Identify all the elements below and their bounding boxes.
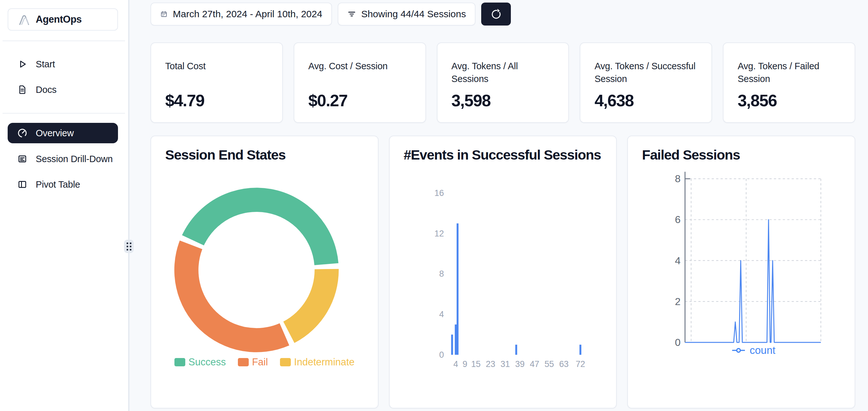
svg-text:9: 9 xyxy=(462,359,467,369)
line-legend-label: count xyxy=(750,344,776,356)
events-successful-sessions-card: #Events in Successful Sessions 048121649… xyxy=(389,136,617,408)
refresh-icon xyxy=(490,7,503,21)
svg-text:15: 15 xyxy=(471,359,480,369)
stat-value: 3,598 xyxy=(452,91,491,110)
svg-text:72: 72 xyxy=(576,359,585,369)
chart-cards-row: Session End States Success Fail Indeterm… xyxy=(151,136,855,408)
sessions-filter-button[interactable]: Showing 44/44 Sessions xyxy=(338,3,476,26)
stat-card-avg-tokens-all: Avg. Tokens / All Sessions 3,598 xyxy=(437,42,569,123)
svg-text:2: 2 xyxy=(675,296,681,307)
sidebar-divider xyxy=(3,113,125,114)
count-legend[interactable]: count xyxy=(685,344,822,356)
sessions-filter-label: Showing 44/44 Sessions xyxy=(361,9,466,20)
sidebar-item-pivot-table[interactable]: Pivot Table xyxy=(8,175,118,194)
legend-swatch xyxy=(280,358,291,366)
sidebar-item-docs[interactable]: Docs xyxy=(8,80,118,99)
stat-label: Avg. Cost / Session xyxy=(308,60,411,72)
sidebar-item-overview[interactable]: Overview xyxy=(8,123,118,143)
filter-icon xyxy=(347,9,356,19)
sidebar-item-start[interactable]: Start xyxy=(8,54,118,74)
stat-card-total-cost: Total Cost $4.79 xyxy=(151,42,283,123)
sidebar-item-label: Overview xyxy=(36,128,74,139)
stat-card-avg-cost-session: Avg. Cost / Session $0.27 xyxy=(294,42,426,123)
svg-text:0: 0 xyxy=(439,350,444,360)
docs-icon xyxy=(17,85,27,95)
stat-label: Avg. Tokens / All Sessions xyxy=(452,60,555,85)
legend-swatch xyxy=(238,358,249,366)
svg-text:4: 4 xyxy=(675,255,681,266)
sidebar-item-label: Session Drill-Down xyxy=(36,154,113,164)
stat-value: 3,856 xyxy=(738,91,777,110)
svg-text:39: 39 xyxy=(515,359,525,369)
legend-swatch xyxy=(175,358,185,366)
stat-cards-row: Total Cost $4.79 Avg. Cost / Session $0.… xyxy=(151,42,855,123)
svg-text:6: 6 xyxy=(675,214,681,225)
sidebar-item-session-drill-down[interactable]: Session Drill-Down xyxy=(8,149,118,169)
stat-card-avg-tokens-failed: Avg. Tokens / Failed Session 3,856 xyxy=(723,42,855,123)
legend-label: Indeterminate xyxy=(294,356,354,368)
sidebar-divider xyxy=(3,40,125,41)
legend-item-indeterminate[interactable]: Indeterminate xyxy=(280,356,354,368)
sidebar: AgentOps Start Docs Overview Session D xyxy=(0,0,129,411)
pivot-icon xyxy=(17,179,27,189)
sidebar-item-label: Start xyxy=(36,59,55,69)
svg-text:16: 16 xyxy=(434,188,444,198)
stat-label: Total Cost xyxy=(165,60,268,72)
brand-name: AgentOps xyxy=(36,14,82,25)
stat-card-avg-tokens-successful: Avg. Tokens / Successful Session 4,638 xyxy=(580,42,712,123)
svg-text:23: 23 xyxy=(486,359,495,369)
sidebar-item-label: Pivot Table xyxy=(36,179,80,190)
session-end-states-card: Session End States Success Fail Indeterm… xyxy=(151,136,378,408)
svg-text:31: 31 xyxy=(500,359,510,369)
svg-text:63: 63 xyxy=(559,359,568,369)
stat-value: 4,638 xyxy=(594,91,633,110)
stat-value: $4.79 xyxy=(165,91,205,110)
list-icon xyxy=(17,154,27,164)
line-legend-marker-icon xyxy=(732,348,745,353)
svg-text:8: 8 xyxy=(675,173,681,184)
failed-sessions-line-chart: 02468 xyxy=(628,136,855,408)
play-icon xyxy=(17,59,27,69)
legend-item-fail[interactable]: Fail xyxy=(238,356,268,368)
date-range-button[interactable]: March 27th, 2024 - April 10th, 2024 xyxy=(151,3,332,26)
stat-label: Avg. Tokens / Failed Session xyxy=(738,60,841,85)
brand-logo-box[interactable]: AgentOps xyxy=(8,8,118,31)
legend-label: Fail xyxy=(252,356,268,368)
donut-legend: Success Fail Indeterminate xyxy=(151,356,378,368)
legend-label: Success xyxy=(188,356,226,368)
svg-text:0: 0 xyxy=(675,336,681,348)
agentops-paperclip-icon xyxy=(17,12,31,27)
stat-value: $0.27 xyxy=(308,91,348,110)
svg-text:4: 4 xyxy=(453,359,458,369)
svg-text:47: 47 xyxy=(530,359,539,369)
svg-text:4: 4 xyxy=(439,310,444,319)
events-bar-chart: 0481216491523313947556372 xyxy=(390,136,616,408)
toolbar: March 27th, 2024 - April 10th, 2024 Show… xyxy=(151,3,855,26)
refresh-button[interactable] xyxy=(481,3,511,26)
gauge-icon xyxy=(17,128,27,138)
failed-sessions-card: Failed Sessions 02468 count xyxy=(627,136,855,408)
main-content: March 27th, 2024 - April 10th, 2024 Show… xyxy=(129,0,868,411)
calendar-icon xyxy=(160,10,168,18)
svg-text:55: 55 xyxy=(544,359,554,369)
sidebar-item-label: Docs xyxy=(36,85,57,95)
svg-text:12: 12 xyxy=(434,229,444,238)
svg-text:8: 8 xyxy=(439,269,444,278)
stat-label: Avg. Tokens / Successful Session xyxy=(594,60,698,85)
date-range-label: March 27th, 2024 - April 10th, 2024 xyxy=(173,9,322,20)
legend-item-success[interactable]: Success xyxy=(175,356,226,368)
